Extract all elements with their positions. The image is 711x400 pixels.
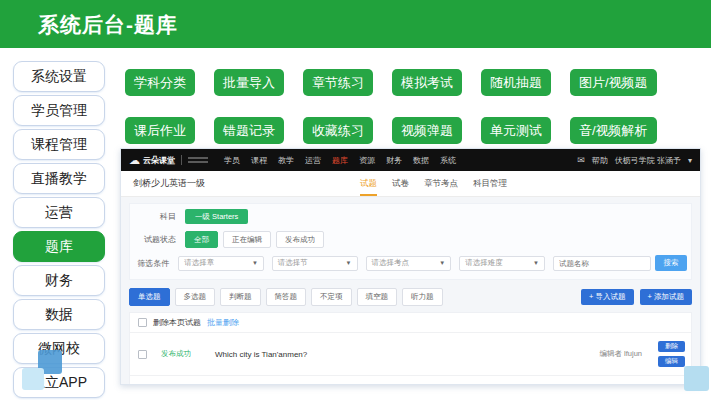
sidebar: 系统设置 学员管理 课程管理 直播教学 运营 题库 财务 数据 微网校 独立AP…	[13, 61, 105, 398]
delete-button[interactable]: 删除	[658, 341, 685, 352]
status-label: 试题状态	[134, 234, 176, 245]
delete-button[interactable]: 删除	[658, 384, 685, 385]
admin-nav-right: ✉ 帮助 伏枥弓学院 张涵予 ▾	[577, 155, 692, 166]
feature-random-questions[interactable]: 随机抽题	[481, 69, 551, 96]
status-filter-row: 试题状态 全部 正在编辑 发布成功	[134, 231, 687, 248]
chevron-down-icon: ▼	[439, 260, 445, 266]
qtype-true-false[interactable]: 判断题	[220, 288, 261, 306]
select-chapter[interactable]: 请选择章 ▼	[178, 256, 264, 271]
feature-row-2: 课后作业 错题记录 收藏练习 视频弹题 单元测试 音/视频解析	[125, 117, 691, 144]
feature-homework[interactable]: 课后作业	[125, 117, 195, 144]
feature-image-video-questions[interactable]: 图片/视频题	[570, 69, 657, 96]
admin-content: 科目 一级 Starters 试题状态 全部 正在编辑 发布成功 筛选条件 请选…	[121, 197, 700, 384]
nav-students[interactable]: 学员	[224, 155, 240, 166]
delete-page-label[interactable]: 删除本页试题	[153, 317, 201, 328]
tab-chapter-points[interactable]: 章节考点	[424, 171, 458, 196]
question-list: 删除本页试题 批量删除 发布成功 Which city is Tian'anme…	[129, 312, 692, 385]
nav-teaching[interactable]: 教学	[278, 155, 294, 166]
edit-button[interactable]: 编辑	[658, 356, 685, 367]
nav-operations[interactable]: 运营	[305, 155, 321, 166]
feature-audio-video-analysis[interactable]: 音/视频解析	[570, 117, 657, 144]
sidebar-item-course-management[interactable]: 课程管理	[13, 129, 105, 160]
import-questions-button[interactable]: + 导入试题	[581, 289, 633, 305]
logo: ☁ 云朵课堂	[129, 155, 208, 166]
tab-subject-management[interactable]: 科目管理	[473, 171, 507, 196]
row-actions: 删除 编辑	[658, 341, 685, 367]
sidebar-item-finance[interactable]: 财务	[13, 265, 105, 296]
chevron-down-icon: ▼	[252, 260, 258, 266]
feature-subject-category[interactable]: 学科分类	[125, 69, 195, 96]
question-row: 发布成功 Which country is Beijing in? 编辑者 lf…	[130, 375, 691, 385]
feature-batch-import[interactable]: 批量导入	[214, 69, 284, 96]
logo-tagline	[188, 157, 208, 163]
chevron-down-icon[interactable]: ▾	[688, 156, 692, 165]
nav-resources[interactable]: 资源	[359, 155, 375, 166]
help-link[interactable]: 帮助	[592, 155, 608, 166]
qtype-listening[interactable]: 听力题	[402, 288, 443, 306]
status-all[interactable]: 全部	[185, 231, 218, 248]
admin-navbar: ☁ 云朵课堂 学员 课程 教学 运营 题库 资源 财务 数据 系统 ✉ 帮助 伏…	[121, 149, 700, 171]
qtype-short-answer[interactable]: 简答题	[266, 288, 307, 306]
logo-divider	[181, 155, 182, 165]
sidebar-item-student-management[interactable]: 学员管理	[13, 95, 105, 126]
admin-screenshot: ☁ 云朵课堂 学员 课程 教学 运营 题库 资源 财务 数据 系统 ✉ 帮助 伏…	[120, 148, 701, 385]
select-difficulty-value: 请选择难度	[465, 258, 503, 268]
status-editing[interactable]: 正在编辑	[223, 231, 271, 248]
qtype-indefinite[interactable]: 不定项	[311, 288, 352, 306]
question-list-header: 删除本页试题 批量删除	[130, 313, 691, 332]
nav-finance[interactable]: 财务	[386, 155, 402, 166]
question-row: 发布成功 Which city is Tian'anmen? 编辑者 lfuju…	[130, 332, 691, 375]
sidebar-item-data[interactable]: 数据	[13, 299, 105, 330]
feature-mock-exam[interactable]: 模拟考试	[392, 69, 462, 96]
admin-subheader: 剑桥少儿英语一级 试题 试卷 章节考点 科目管理	[121, 171, 700, 197]
status-badge: 发布成功	[161, 349, 199, 359]
filter-panel: 科目 一级 Starters 试题状态 全部 正在编辑 发布成功 筛选条件 请选…	[129, 203, 692, 280]
qtype-multiple-choice[interactable]: 多选题	[175, 288, 216, 306]
question-name-input[interactable]	[553, 256, 651, 271]
qtype-single-choice[interactable]: 单选题	[129, 288, 170, 306]
sidebar-item-question-bank[interactable]: 题库	[13, 231, 105, 262]
chevron-down-icon: ▼	[346, 260, 352, 266]
select-all-checkbox[interactable]	[138, 318, 147, 327]
select-exam-point[interactable]: 请选择考点 ▼	[366, 256, 452, 271]
slide-header: 系统后台-题库	[0, 0, 711, 48]
feature-video-popup-questions[interactable]: 视频弹题	[392, 117, 462, 144]
nav-question-bank[interactable]: 题库	[332, 155, 348, 166]
editor-label: 编辑者 lfujun	[599, 349, 642, 359]
nav-data[interactable]: 数据	[413, 155, 429, 166]
select-section-value: 请选择节	[278, 258, 308, 268]
slide: 系统后台-题库 系统设置 学员管理 课程管理 直播教学 运营 题库 财务 数据 …	[0, 0, 711, 400]
cloud-logo-icon: ☁	[129, 155, 140, 166]
question-bank-tabs: 试题 试卷 章节考点 科目管理	[360, 171, 507, 196]
batch-delete-link[interactable]: 批量删除	[207, 317, 239, 328]
sidebar-item-system-settings[interactable]: 系统设置	[13, 61, 105, 92]
decorative-square	[684, 366, 709, 391]
row-checkbox[interactable]	[138, 350, 147, 359]
sidebar-item-live-teaching[interactable]: 直播教学	[13, 163, 105, 194]
page-title: 系统后台-题库	[0, 0, 711, 39]
condition-label: 筛选条件	[134, 258, 169, 269]
select-section[interactable]: 请选择节 ▼	[272, 256, 358, 271]
question-type-row: 单选题 多选题 判断题 简答题 不定项 填空题 听力题 + 导入试题 + 添加试…	[129, 288, 692, 306]
decorative-square	[22, 368, 44, 390]
feature-chapter-practice[interactable]: 章节练习	[303, 69, 373, 96]
sidebar-item-operations[interactable]: 运营	[13, 197, 105, 228]
search-button[interactable]: 搜索	[655, 255, 687, 271]
subject-filter-row: 科目 一级 Starters	[134, 209, 687, 224]
subject-tag-starters[interactable]: 一级 Starters	[185, 209, 248, 224]
account-label[interactable]: 伏枥弓学院 张涵予	[615, 155, 681, 166]
select-exam-point-value: 请选择考点	[372, 258, 410, 268]
feature-wrong-question-record[interactable]: 错题记录	[214, 117, 284, 144]
nav-courses[interactable]: 课程	[251, 155, 267, 166]
select-difficulty[interactable]: 请选择难度 ▼	[459, 256, 545, 271]
qtype-fill-blank[interactable]: 填空题	[357, 288, 398, 306]
logo-text: 云朵课堂	[143, 155, 175, 166]
nav-system[interactable]: 系统	[440, 155, 456, 166]
status-published[interactable]: 发布成功	[276, 231, 324, 248]
tab-papers[interactable]: 试卷	[392, 171, 409, 196]
mail-icon[interactable]: ✉	[577, 155, 585, 165]
add-question-button[interactable]: + 添加试题	[640, 289, 692, 305]
feature-unit-test[interactable]: 单元测试	[481, 117, 551, 144]
tab-questions[interactable]: 试题	[360, 171, 377, 196]
feature-favorites-practice[interactable]: 收藏练习	[303, 117, 373, 144]
